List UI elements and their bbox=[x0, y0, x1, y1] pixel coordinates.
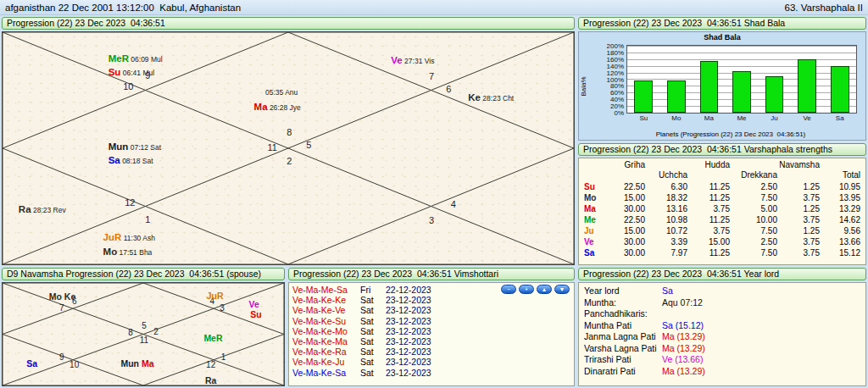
rasi-chart[interactable]: 891011251213467MeR 06:09 MulSu 06:41 Mul… bbox=[2, 31, 575, 265]
dasha-weekday: Sat bbox=[360, 316, 386, 326]
planet-label: Ra bbox=[205, 372, 216, 387]
planet-name: Sa bbox=[26, 358, 37, 369]
degree-text: 07:12 Sat bbox=[128, 143, 161, 152]
dasha-start-date: 23-12-2023 bbox=[386, 326, 570, 336]
vimshottari-plus-button[interactable]: + bbox=[519, 285, 534, 294]
vimshottari-minus-button[interactable]: − bbox=[501, 285, 516, 294]
dasha-start-date: 23-12-2023 bbox=[386, 305, 570, 315]
planet-name: MeR bbox=[108, 53, 129, 64]
strengths-table-rows: Su22.506.3011.252.501.2510.95Mo15.0018.3… bbox=[584, 181, 860, 258]
yearlord-panel-header: Progression (22) 23 Dec 2023 04:36:51 Ye… bbox=[578, 268, 866, 280]
degree-text: 27:31 Vis bbox=[403, 57, 435, 65]
planet-name: Ke bbox=[62, 291, 75, 302]
strength-value: 30.00 bbox=[606, 203, 645, 214]
planet-label: Ma 26:28 Jye bbox=[254, 98, 301, 114]
vimshottari-up-button[interactable]: ▲ bbox=[537, 285, 552, 294]
yearlord-label: Panchadhikaris: bbox=[584, 308, 662, 320]
dasha-lords: Ve-Ma-Ke-Ve bbox=[292, 305, 360, 315]
strengths-row: Mo15.0018.3211.257.503.7513.95 bbox=[584, 192, 860, 203]
strengths-column-header: Drekkana bbox=[730, 170, 777, 180]
yearlord-value bbox=[662, 308, 860, 320]
dasha-lords: Ve-Ma-Ke-Mo bbox=[292, 326, 360, 336]
dasha-weekday: Sat bbox=[360, 368, 386, 378]
planet-name: Mo bbox=[584, 192, 606, 203]
house-number: 1 bbox=[221, 352, 226, 361]
dasha-lords: Ve-Ma-Ke-Ke bbox=[292, 295, 360, 305]
house-number: 10 bbox=[123, 81, 133, 91]
strengths-column-header: Total bbox=[820, 170, 860, 180]
house-number: 5 bbox=[306, 140, 311, 150]
yearlord-row: Dinaratri PatiMa (13.29) bbox=[584, 366, 860, 378]
yearlord-row: Muntha:Aqu 07:12 bbox=[584, 297, 860, 309]
degree-text: 08:18 Sat bbox=[120, 157, 153, 165]
house-number: 7 bbox=[59, 303, 64, 313]
planet-name: Su bbox=[250, 309, 261, 319]
dasha-lords: Ve-Ma-Me-Sa bbox=[292, 285, 360, 295]
planet-name: Ve bbox=[584, 236, 606, 247]
yearlord-value: Aqu 07:12 bbox=[662, 297, 860, 309]
strength-value: 3.75 bbox=[777, 247, 820, 258]
yearlord-value: Ma (13.29) bbox=[662, 343, 860, 355]
shadbala-planet-tick: Mo bbox=[671, 114, 681, 122]
house-number: 12 bbox=[125, 197, 135, 208]
strengths-column-header: Navamsha bbox=[777, 160, 820, 170]
planet-label: Mun 07:12 Sat bbox=[108, 138, 161, 153]
dasha-start-date: 23-12-2023 bbox=[386, 316, 570, 326]
vimshottari-row[interactable]: Ve-Ma-Ke-SuSat23-12-2023 bbox=[292, 316, 570, 326]
dasha-lords: Ve-Ma-Ke-Ma bbox=[292, 336, 360, 346]
vimshottari-row[interactable]: Ve-Ma-Ke-JuSat23-12-2023 bbox=[292, 357, 570, 367]
vimshottari-row[interactable]: Ve-Ma-Ke-MaSat23-12-2023 bbox=[292, 336, 570, 346]
strength-value: 6.30 bbox=[645, 181, 687, 192]
shadbala-planet-tick: Ju bbox=[771, 114, 777, 122]
dasha-weekday: Sat bbox=[360, 305, 386, 315]
strength-value: 3.75 bbox=[687, 225, 730, 236]
planet-name: Sa bbox=[584, 247, 606, 258]
dasha-start-date: 23-12-2023 bbox=[386, 295, 570, 305]
planet-label: 05:35 Anu bbox=[265, 83, 298, 98]
shadbala-bar-su bbox=[634, 80, 653, 113]
house-number: 9 bbox=[59, 352, 64, 362]
house-number: 11 bbox=[140, 335, 148, 345]
strength-value: 11.25 bbox=[687, 214, 730, 225]
navamsha-chart[interactable]: 567891011121234Mo KeJuRVeSuMeRSaMun MaRa bbox=[2, 282, 285, 386]
yearlord-value: Ma (13.29) bbox=[662, 331, 860, 343]
planet-name: Ma bbox=[139, 358, 154, 369]
dasha-start-date: 23-12-2023 bbox=[386, 357, 570, 367]
strengths-column-header: Uchcha bbox=[645, 170, 687, 180]
vimshottari-row[interactable]: Ve-Ma-Ke-KeSat23-12-2023 bbox=[292, 295, 570, 305]
vimshottari-row[interactable]: Ve-Ma-Ke-SaSat23-12-2023 bbox=[292, 368, 570, 378]
strength-value: 2.50 bbox=[730, 236, 777, 247]
planet-label: Su bbox=[250, 306, 261, 321]
strength-value: 14.62 bbox=[820, 214, 860, 225]
shadbala-panel-header: Progression (22) 23 Dec 2023 04:36:51 Sh… bbox=[578, 17, 866, 30]
planet-name: Mo bbox=[49, 291, 62, 302]
planet-label: Mun Ma bbox=[120, 355, 153, 370]
strength-value: 30.00 bbox=[606, 247, 645, 258]
yearlord-value: Sa bbox=[662, 285, 860, 297]
degree-text: 06:09 Mul bbox=[129, 55, 163, 64]
vimshottari-list[interactable]: −+▲▼ Ve-Ma-Me-SaFri22-12-2023Ve-Ma-Ke-Ke… bbox=[288, 282, 575, 386]
vimshottari-row[interactable]: Ve-Ma-Ke-RaSat23-12-2023 bbox=[292, 346, 570, 357]
shadbala-planet-tick: Ma bbox=[704, 114, 714, 122]
shadbala-y-tick: 0% bbox=[614, 109, 624, 117]
shadbala-y-axis-title: Bala% bbox=[580, 76, 587, 96]
dasha-start-date: 23-12-2023 bbox=[386, 368, 570, 378]
dasha-lords: Ve-Ma-Ke-Su bbox=[292, 316, 360, 326]
dasha-lords: Ve-Ma-Ke-Sa bbox=[292, 368, 360, 378]
vimshottari-row[interactable]: Ve-Ma-Ke-VeSat23-12-2023 bbox=[292, 305, 570, 315]
house-number: 8 bbox=[128, 328, 133, 337]
strength-value: 7.50 bbox=[730, 247, 777, 258]
strength-value: 10.98 bbox=[645, 214, 687, 225]
house-number: 12 bbox=[206, 360, 215, 369]
degree-text: 11:30 Ash bbox=[121, 234, 155, 242]
planet-name: Mun bbox=[120, 358, 139, 369]
vimshottari-down-button[interactable]: ▼ bbox=[554, 285, 570, 294]
dasha-lords: Ve-Ma-Ke-Ju bbox=[292, 357, 360, 367]
strength-value: 15.00 bbox=[687, 236, 730, 247]
shadbala-planet-tick: Me bbox=[737, 114, 746, 122]
shadbala-planet-tick: Su bbox=[639, 114, 648, 122]
vimshottari-row[interactable]: Ve-Ma-Ke-MoSat23-12-2023 bbox=[292, 326, 570, 336]
yearlord-panel: Progression (22) 23 Dec 2023 04:36:51 Ye… bbox=[578, 268, 866, 386]
planet-name: Ra bbox=[205, 375, 216, 385]
planet-label: Su 06:41 Mul bbox=[108, 64, 154, 79]
